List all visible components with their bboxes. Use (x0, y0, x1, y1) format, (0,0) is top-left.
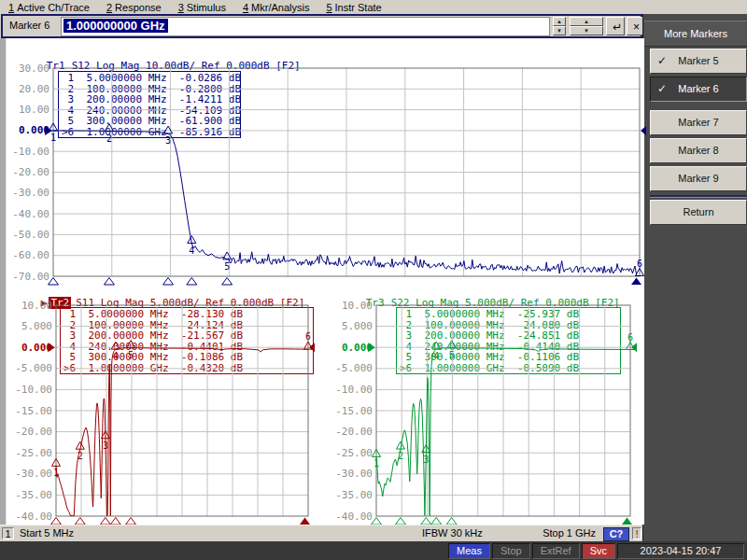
enter-icon: ↵ (613, 21, 622, 34)
tr2-marker-table-row: 5 300.00000 MHz -0.1086 dB (63, 352, 313, 363)
datetime-display: 2023-04-15 20:47 (617, 543, 744, 559)
tr3-marker-table-row: 1 5.0000000 MHz -25.937 dB (400, 309, 620, 320)
marker-value-selected-text: 1.000000000 GHz (63, 19, 168, 33)
tr2-marker-table-row: 1 5.0000000 MHz -28.130 dB (63, 309, 313, 320)
tr2-ytick: -20.00 (15, 426, 52, 438)
fine-step-down-button[interactable]: ▼ (553, 26, 566, 35)
fine-step-up-button[interactable]: ▲ (553, 17, 566, 26)
tr3-marker-1[interactable] (373, 449, 381, 456)
tr1-marker-4[interactable] (188, 236, 196, 244)
softkey-marker-7[interactable]: Marker 7 (650, 110, 747, 135)
tr2-stimulus-marker-5[interactable] (126, 518, 136, 525)
tr3-marker-label-6: 6 (627, 332, 633, 343)
close-entry-button[interactable]: × (627, 17, 643, 35)
enter-button[interactable]: ↵ (606, 17, 625, 35)
tr2-marker-table-row: >6 1.0000000 GHz -0.4320 dB (63, 363, 313, 374)
tr1-marker-5[interactable] (223, 252, 232, 259)
tr1-ytick: -40.00 (12, 208, 49, 220)
tr1-marker-table: 1 5.0000000 MHz -0.0286 dB 2 100.00000 M… (58, 71, 241, 138)
tr1-ref-level-pointer-left[interactable] (45, 126, 52, 135)
tr2-stimulus-marker-4[interactable] (110, 518, 120, 525)
tr1-ytick: -10.00 (12, 146, 49, 158)
coarse-step-up-button[interactable]: ▲ (570, 17, 603, 26)
tr1-ytick: 0.000 (19, 124, 49, 136)
tr2-marker-table-row: 3 200.00000 MHz -21.567 dB (63, 330, 313, 342)
tr1-ytick: -50.00 (12, 229, 49, 241)
tr1-ytick: -30.00 (12, 187, 49, 199)
tr3-ytick: -25.00 (335, 447, 373, 459)
left-edge-strip (0, 38, 7, 525)
check-icon: ✓ (657, 49, 667, 73)
tr2-marker-1[interactable] (52, 458, 61, 466)
tr2-marker-2[interactable] (76, 441, 84, 449)
tr1-trace (53, 131, 640, 276)
tr1-ytick: -70.00 (12, 271, 49, 283)
tr2-ytick: -10.00 (15, 384, 52, 396)
tr3-marker-6[interactable] (627, 343, 635, 350)
softkey-marker-8[interactable]: Marker 8 (650, 138, 747, 163)
tr3-ytick: -10.00 (335, 384, 373, 396)
measurement-screen: Tr1S12 Log Mag 10.00dB/ Ref 0.000dB [F2]… (0, 38, 644, 525)
tr1-marker-label-5: 5 (224, 261, 230, 272)
spinner-down-icon: ▼ (557, 28, 562, 34)
tr2-stimulus-marker-6[interactable] (300, 518, 310, 525)
tr1-stimulus-marker-1[interactable] (49, 278, 59, 286)
tr2-ytick: -30.00 (15, 468, 52, 480)
tr3-ytick: -30.00 (335, 468, 373, 480)
stop-status-label: Stop (492, 543, 530, 559)
instrument-status-bar: Meas Stop ExtRef Svc 2023-04-15 20:47 (0, 541, 747, 560)
tr1-stimulus-marker-2[interactable] (104, 278, 114, 286)
tr3-stimulus-marker-3[interactable] (421, 518, 431, 525)
tr3-ytick: -40.00 (335, 511, 373, 523)
menu-instr-state[interactable]: 5Instr State (317, 2, 389, 13)
tr3-stimulus-marker-1[interactable] (372, 518, 382, 525)
tr3-ref-level-pointer-left[interactable] (368, 343, 375, 352)
tr2-ytick: 5.000 (21, 320, 52, 332)
tr3-marker-2[interactable] (396, 441, 404, 449)
tr3-stimulus-marker-5[interactable] (446, 518, 457, 525)
tr3-ref-level-pointer-right[interactable] (631, 343, 637, 352)
tr3-stimulus-marker-2[interactable] (395, 518, 405, 525)
calibration-status-badge: C? (603, 527, 629, 541)
tr3-stimulus-marker-6[interactable] (622, 518, 632, 525)
check-icon: ✓ (657, 77, 667, 101)
softkey-marker-6[interactable]: ✓Marker 6 (650, 77, 747, 102)
tr1-ytick: -20.00 (12, 166, 49, 178)
menu-response[interactable]: 2Response (98, 2, 170, 13)
tr3-marker-3[interactable] (422, 445, 430, 453)
softkey-menu-title: More Markers (644, 21, 747, 47)
alert-badge: ! (632, 527, 641, 539)
tr2-stimulus-marker-1[interactable] (51, 518, 62, 525)
extref-status-label: ExtRef (532, 543, 580, 559)
menu-active-ch-trace[interactable]: 1Active Ch/Trace (0, 2, 98, 13)
tr1-stimulus-marker-3[interactable] (163, 278, 174, 286)
softkey-marker-9[interactable]: Marker 9 (650, 166, 747, 191)
tr2-marker-table: 1 5.0000000 MHz -28.130 dB 2 100.00000 M… (60, 307, 314, 374)
entry-label: Marker 6 (9, 20, 49, 31)
menu-mkr-analysis[interactable]: 4Mkr/Analysis (234, 2, 317, 13)
spinner-up-icon: ▲ (557, 19, 562, 24)
tr2-stimulus-marker-2[interactable] (75, 518, 85, 525)
tr3-stimulus-marker-4[interactable] (431, 518, 442, 525)
tr1-stimulus-marker-6[interactable] (631, 278, 641, 286)
instrument-screen: 1Active Ch/Trace 2Response 3Stimulus 4Mk… (0, 0, 747, 560)
tr1-stimulus-marker-4[interactable] (187, 278, 197, 286)
tr3-marker-table-row: 5 300.00000 MHz -0.1106 dB (400, 352, 620, 363)
softkey-return[interactable]: Return (650, 200, 747, 225)
marker-value-input[interactable]: 1.000000000 GHz (61, 17, 550, 36)
tr2-ref-level-pointer-left[interactable] (48, 343, 55, 352)
channel-number: 1 (2, 527, 14, 539)
tr3-ytick: 0.000 (342, 342, 373, 354)
tr1-marker-6[interactable] (636, 269, 644, 276)
softkey-marker-5[interactable]: ✓Marker 5 (650, 49, 747, 74)
tr1-marker-table-row: 3 200.00000 MHz -1.4211 dB (62, 94, 240, 105)
tr1-stimulus-marker-5[interactable] (222, 278, 233, 286)
svc-status-badge: Svc (582, 543, 615, 559)
tr3-marker-table-row: >6 1.0000000 GHz -0.5090 dB (400, 363, 620, 374)
coarse-step-down-button[interactable]: ▼ (570, 26, 603, 35)
tr2-marker-3[interactable] (101, 431, 109, 439)
tr1-marker-1[interactable] (49, 123, 58, 131)
channel-status-bar: 1 Start 5 MHz IFBW 30 kHz Stop 1 GHz C? … (0, 525, 642, 542)
menu-stimulus[interactable]: 3Stimulus (170, 2, 234, 13)
tr2-stimulus-marker-3[interactable] (100, 518, 110, 525)
